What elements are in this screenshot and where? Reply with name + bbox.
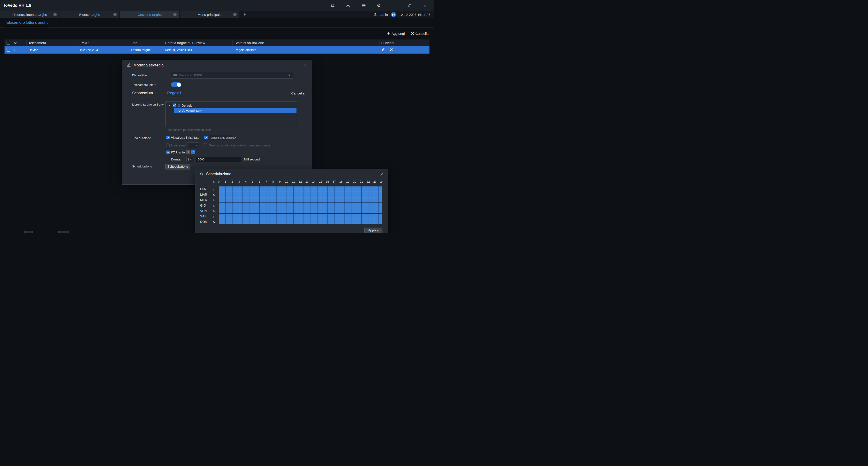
hour-label: 16 xyxy=(326,180,329,183)
cell-tipo: Lettura targhe xyxy=(129,48,163,52)
chevron-down-icon xyxy=(195,145,197,146)
hour-label: 15 xyxy=(319,180,322,183)
hour-label: 14 xyxy=(312,180,315,183)
select-row-icon[interactable] xyxy=(213,193,216,197)
cutoff-button[interactable] xyxy=(58,231,69,233)
library-group-icon xyxy=(182,109,185,113)
schedule-bar[interactable] xyxy=(219,197,382,203)
restore-button[interactable] xyxy=(407,3,412,8)
select-all-checkbox[interactable] xyxy=(6,41,10,44)
add-rule-button[interactable]: + xyxy=(189,91,191,96)
hour-label: 0 xyxy=(218,180,219,183)
hour-label: 4 xyxy=(245,180,247,183)
tree-child-checkbox[interactable] xyxy=(178,109,181,112)
hour-label: 18 xyxy=(339,180,343,183)
tree-root-checkbox[interactable] xyxy=(173,103,176,107)
tree-expander-icon[interactable] xyxy=(168,105,171,106)
tree-child-selected[interactable]: Veicoli DSE xyxy=(174,108,297,113)
io-output-2-button[interactable]: 2 xyxy=(191,150,195,154)
duration-select[interactable]: 1 xyxy=(186,157,193,162)
validity-checkbox[interactable] xyxy=(204,136,208,139)
device-dropdown[interactable]: Device_CHN001 xyxy=(171,72,293,79)
delete-rule-button[interactable]: Cancella xyxy=(291,91,304,95)
apply-button[interactable]: Applica xyxy=(364,228,382,233)
new-tab-button[interactable]: + xyxy=(240,11,250,18)
tab-close-icon[interactable]: ✕ xyxy=(173,13,177,16)
small-graphic-checkbox[interactable] xyxy=(204,143,207,147)
schedule-close-icon[interactable] xyxy=(380,172,383,176)
dialog-header: Modifica strategia xyxy=(122,60,312,71)
tab-elenco-targhe[interactable]: Elenco targhe ✕ xyxy=(60,11,119,18)
select-all-rows-icon[interactable] xyxy=(213,180,216,184)
tab-close-icon[interactable]: ✕ xyxy=(113,13,117,16)
tab-menu-principale[interactable]: Menù principale ✕ xyxy=(180,11,239,18)
duration-input[interactable] xyxy=(196,157,241,162)
tab-riconoscimento-targhe[interactable]: Riconoscimento targhe ✕ xyxy=(0,11,60,18)
app-window: IoVedo.RH 1.8 ⚙ Riconosci xyxy=(0,0,434,233)
tab-close-icon[interactable]: ✕ xyxy=(53,13,57,16)
hour-label: 21 xyxy=(360,180,363,183)
schedule-bar[interactable] xyxy=(219,192,382,197)
schedule-button[interactable]: Schedulazione xyxy=(165,164,190,169)
hour-label: 3 xyxy=(238,180,240,183)
schedule-bar[interactable] xyxy=(219,213,382,219)
schedule-bar[interactable] xyxy=(219,203,382,208)
table-row[interactable]: 1 Device 192.168.2.24 Lettura targhe Def… xyxy=(4,46,430,54)
download-icon[interactable] xyxy=(345,3,351,8)
dialog-close-icon[interactable] xyxy=(303,64,307,67)
cell-num: 1 xyxy=(12,48,27,52)
schedule-day-row: MAR xyxy=(195,192,388,197)
duration-select-value: 1 xyxy=(187,158,189,161)
schedule-bar[interactable] xyxy=(219,208,382,213)
settings-gear-icon[interactable]: ⚙ xyxy=(376,3,381,8)
tab-close-icon[interactable]: ✕ xyxy=(233,13,237,16)
select-row-icon[interactable] xyxy=(213,204,216,208)
delete-row-icon[interactable] xyxy=(390,48,393,52)
schedule-bar[interactable] xyxy=(219,187,382,192)
send-email-checkbox[interactable] xyxy=(166,143,169,147)
subtab-bar: Telecamere lettura targhe xyxy=(0,18,434,28)
row-checkbox[interactable] xyxy=(6,48,10,52)
select-row-icon[interactable] xyxy=(213,215,216,219)
select-row-icon[interactable] xyxy=(213,209,216,213)
subtab-telecamere-lettura-targhe[interactable]: Telecamere lettura targhe xyxy=(4,18,49,27)
email-dropdown[interactable] xyxy=(187,142,199,148)
validity-dropdown[interactable]: Validità targa scaduta xyxy=(209,135,232,140)
minimize-button[interactable] xyxy=(392,3,397,8)
user-menu[interactable]: admin xyxy=(373,12,388,17)
hamburger-menu-icon[interactable] xyxy=(361,3,366,8)
schedule-bar[interactable] xyxy=(219,219,382,224)
delete-button[interactable]: Cancella xyxy=(411,32,429,35)
edit-row-icon[interactable] xyxy=(381,48,385,52)
col-ip-url: IP/URL xyxy=(78,40,129,46)
tab-label: Menù principale xyxy=(198,13,222,16)
camera-enable-toggle[interactable] xyxy=(171,82,181,87)
cell-ip-url: 192.168.2.24 xyxy=(78,48,129,52)
select-row-icon[interactable] xyxy=(213,188,216,192)
day-label: VEN xyxy=(200,208,207,213)
add-button[interactable]: Aggiungi xyxy=(387,32,405,35)
tab-label: Elenco targhe xyxy=(79,13,100,16)
close-button[interactable] xyxy=(422,3,428,8)
app-title: IoVedo.RH 1.8 xyxy=(4,3,31,8)
io-output-checkbox[interactable] xyxy=(166,151,169,154)
show-result-checkbox[interactable] xyxy=(166,136,169,139)
io-output-1-button[interactable]: 1 xyxy=(186,150,190,154)
tab-gestione-targhe[interactable]: Gestione targhe ✕ xyxy=(120,11,179,18)
cutoff-button[interactable] xyxy=(24,231,33,233)
duration-label: Durata xyxy=(171,158,181,161)
rule-tab-regola1[interactable]: Regola1 xyxy=(164,90,184,97)
col-funzioni: Funzioni xyxy=(379,40,430,46)
notifications-bell-icon[interactable] xyxy=(330,3,335,8)
select-row-icon[interactable] xyxy=(213,220,216,224)
hour-label: 17 xyxy=(333,180,336,183)
chevron-down-icon xyxy=(288,74,290,76)
select-row-icon[interactable] xyxy=(213,199,216,203)
cell-stato: Regola abilitata xyxy=(233,48,379,52)
rule-tab-sconosciuta[interactable]: Sconosciuta xyxy=(132,91,153,95)
tree-root-label[interactable]: Default xyxy=(182,104,191,107)
hour-label: 5 xyxy=(252,180,253,183)
col-telecamera: Telecamera xyxy=(27,40,78,46)
day-label: GIO xyxy=(200,203,206,208)
notification-badge[interactable]: 59 xyxy=(391,12,396,17)
